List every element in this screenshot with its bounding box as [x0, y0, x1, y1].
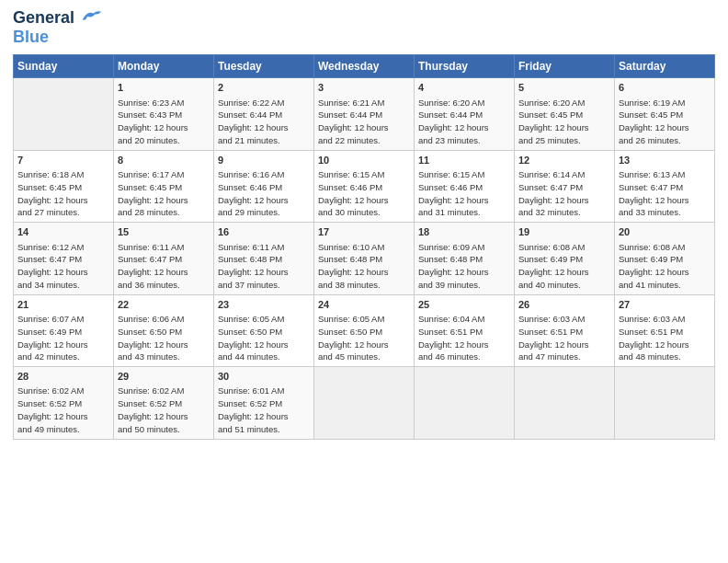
day-number: 16: [218, 225, 310, 239]
calendar-cell: 5Sunrise: 6:20 AM Sunset: 6:45 PM Daylig…: [515, 78, 615, 150]
day-info: Sunrise: 6:20 AM Sunset: 6:45 PM Dayligh…: [518, 97, 610, 147]
day-number: 23: [218, 298, 310, 312]
day-number: 5: [518, 81, 610, 95]
dow-cell-wednesday: Wednesday: [314, 55, 415, 78]
calendar-cell: 16Sunrise: 6:11 AM Sunset: 6:48 PM Dayli…: [214, 223, 314, 294]
calendar-cell: 17Sunrise: 6:10 AM Sunset: 6:48 PM Dayli…: [314, 223, 415, 294]
logo-general: General: [13, 9, 103, 28]
calendar-cell: 26Sunrise: 6:03 AM Sunset: 6:51 PM Dayli…: [515, 294, 615, 366]
calendar-table: SundayMondayTuesdayWednesdayThursdayFrid…: [13, 54, 715, 439]
header: General Blue: [13, 9, 715, 47]
calendar-cell: 22Sunrise: 6:06 AM Sunset: 6:50 PM Dayli…: [114, 294, 214, 366]
day-number: 15: [118, 225, 210, 239]
dow-cell-tuesday: Tuesday: [214, 55, 314, 78]
day-info: Sunrise: 6:16 AM Sunset: 6:46 PM Dayligh…: [218, 168, 310, 219]
day-info: Sunrise: 6:22 AM Sunset: 6:44 PM Dayligh…: [218, 97, 310, 147]
day-info: Sunrise: 6:17 AM Sunset: 6:45 PM Dayligh…: [118, 168, 210, 219]
day-info: Sunrise: 6:14 AM Sunset: 6:47 PM Dayligh…: [518, 168, 610, 219]
page-container: General Blue SundayMondayTuesdayWednesda…: [0, 0, 728, 449]
day-info: Sunrise: 6:07 AM Sunset: 6:49 PM Dayligh…: [17, 313, 109, 363]
calendar-cell: 29Sunrise: 6:02 AM Sunset: 6:52 PM Dayli…: [114, 367, 214, 439]
day-number: 29: [118, 370, 210, 384]
calendar-cell: 13Sunrise: 6:13 AM Sunset: 6:47 PM Dayli…: [615, 150, 715, 222]
day-info: Sunrise: 6:02 AM Sunset: 6:52 PM Dayligh…: [118, 385, 210, 435]
day-number: 2: [218, 81, 310, 95]
day-info: Sunrise: 6:21 AM Sunset: 6:44 PM Dayligh…: [318, 97, 410, 147]
day-number: 22: [118, 298, 210, 312]
calendar-cell: 1Sunrise: 6:23 AM Sunset: 6:43 PM Daylig…: [114, 78, 214, 150]
calendar-cell: 8Sunrise: 6:17 AM Sunset: 6:45 PM Daylig…: [114, 150, 214, 222]
dow-cell-thursday: Thursday: [415, 55, 515, 78]
day-info: Sunrise: 6:13 AM Sunset: 6:47 PM Dayligh…: [619, 168, 711, 219]
day-info: Sunrise: 6:02 AM Sunset: 6:52 PM Dayligh…: [17, 385, 109, 435]
calendar-cell: [14, 78, 114, 150]
calendar-cell: [615, 367, 715, 439]
calendar-cell: 7Sunrise: 6:18 AM Sunset: 6:45 PM Daylig…: [14, 150, 114, 222]
calendar-cell: 3Sunrise: 6:21 AM Sunset: 6:44 PM Daylig…: [314, 78, 415, 150]
day-info: Sunrise: 6:19 AM Sunset: 6:45 PM Dayligh…: [619, 97, 711, 147]
day-number: 28: [17, 370, 109, 384]
day-info: Sunrise: 6:03 AM Sunset: 6:51 PM Dayligh…: [518, 313, 610, 363]
calendar-cell: 23Sunrise: 6:05 AM Sunset: 6:50 PM Dayli…: [214, 294, 314, 366]
week-row-5: 28Sunrise: 6:02 AM Sunset: 6:52 PM Dayli…: [14, 367, 715, 439]
logo-bird-icon: [81, 6, 103, 28]
day-number: 27: [619, 298, 711, 312]
calendar-cell: [314, 367, 415, 439]
day-number: 24: [318, 298, 410, 312]
calendar-cell: 4Sunrise: 6:20 AM Sunset: 6:44 PM Daylig…: [415, 78, 515, 150]
day-info: Sunrise: 6:15 AM Sunset: 6:46 PM Dayligh…: [318, 168, 410, 219]
calendar-cell: 6Sunrise: 6:19 AM Sunset: 6:45 PM Daylig…: [615, 78, 715, 150]
day-info: Sunrise: 6:18 AM Sunset: 6:45 PM Dayligh…: [17, 168, 109, 219]
day-number: 12: [518, 154, 610, 167]
day-number: 3: [318, 81, 410, 95]
calendar-cell: 30Sunrise: 6:01 AM Sunset: 6:52 PM Dayli…: [214, 367, 314, 439]
dow-cell-saturday: Saturday: [615, 55, 715, 78]
day-number: 20: [619, 225, 711, 239]
calendar-cell: 12Sunrise: 6:14 AM Sunset: 6:47 PM Dayli…: [515, 150, 615, 222]
calendar-cell: 11Sunrise: 6:15 AM Sunset: 6:46 PM Dayli…: [415, 150, 515, 222]
day-info: Sunrise: 6:04 AM Sunset: 6:51 PM Dayligh…: [418, 313, 510, 363]
dow-cell-monday: Monday: [114, 55, 214, 78]
day-number: 6: [619, 81, 711, 95]
day-number: 11: [418, 154, 510, 167]
calendar-cell: 2Sunrise: 6:22 AM Sunset: 6:44 PM Daylig…: [214, 78, 314, 150]
calendar-cell: 20Sunrise: 6:08 AM Sunset: 6:49 PM Dayli…: [615, 223, 715, 294]
day-info: Sunrise: 6:20 AM Sunset: 6:44 PM Dayligh…: [418, 97, 510, 147]
day-info: Sunrise: 6:23 AM Sunset: 6:43 PM Dayligh…: [118, 97, 210, 147]
day-info: Sunrise: 6:05 AM Sunset: 6:50 PM Dayligh…: [318, 313, 410, 363]
day-info: Sunrise: 6:12 AM Sunset: 6:47 PM Dayligh…: [17, 241, 109, 292]
calendar-cell: 21Sunrise: 6:07 AM Sunset: 6:49 PM Dayli…: [14, 294, 114, 366]
day-number: 13: [619, 154, 711, 167]
day-info: Sunrise: 6:06 AM Sunset: 6:50 PM Dayligh…: [118, 313, 210, 363]
calendar-cell: [515, 367, 615, 439]
day-info: Sunrise: 6:08 AM Sunset: 6:49 PM Dayligh…: [619, 241, 711, 292]
calendar-cell: 18Sunrise: 6:09 AM Sunset: 6:48 PM Dayli…: [415, 223, 515, 294]
day-number: 14: [17, 225, 109, 239]
calendar-cell: 15Sunrise: 6:11 AM Sunset: 6:47 PM Dayli…: [114, 223, 214, 294]
day-info: Sunrise: 6:10 AM Sunset: 6:48 PM Dayligh…: [318, 241, 410, 292]
day-number: 7: [17, 154, 109, 167]
calendar-cell: 19Sunrise: 6:08 AM Sunset: 6:49 PM Dayli…: [515, 223, 615, 294]
week-row-3: 14Sunrise: 6:12 AM Sunset: 6:47 PM Dayli…: [14, 223, 715, 294]
day-info: Sunrise: 6:09 AM Sunset: 6:48 PM Dayligh…: [418, 241, 510, 292]
calendar-cell: 9Sunrise: 6:16 AM Sunset: 6:46 PM Daylig…: [214, 150, 314, 222]
day-number: 30: [218, 370, 310, 384]
calendar-body: 1Sunrise: 6:23 AM Sunset: 6:43 PM Daylig…: [14, 78, 715, 439]
day-number: 17: [318, 225, 410, 239]
day-number: 1: [118, 81, 210, 95]
day-number: 9: [218, 154, 310, 167]
day-number: 21: [17, 298, 109, 312]
logo: General Blue: [13, 9, 103, 47]
day-info: Sunrise: 6:01 AM Sunset: 6:52 PM Dayligh…: [218, 385, 310, 435]
week-row-1: 1Sunrise: 6:23 AM Sunset: 6:43 PM Daylig…: [14, 78, 715, 150]
day-number: 4: [418, 81, 510, 95]
day-number: 18: [418, 225, 510, 239]
day-number: 10: [318, 154, 410, 167]
day-number: 25: [418, 298, 510, 312]
day-info: Sunrise: 6:11 AM Sunset: 6:48 PM Dayligh…: [218, 241, 310, 292]
day-number: 19: [518, 225, 610, 239]
dow-cell-sunday: Sunday: [14, 55, 114, 78]
day-info: Sunrise: 6:05 AM Sunset: 6:50 PM Dayligh…: [218, 313, 310, 363]
day-number: 26: [518, 298, 610, 312]
calendar-cell: 24Sunrise: 6:05 AM Sunset: 6:50 PM Dayli…: [314, 294, 415, 366]
